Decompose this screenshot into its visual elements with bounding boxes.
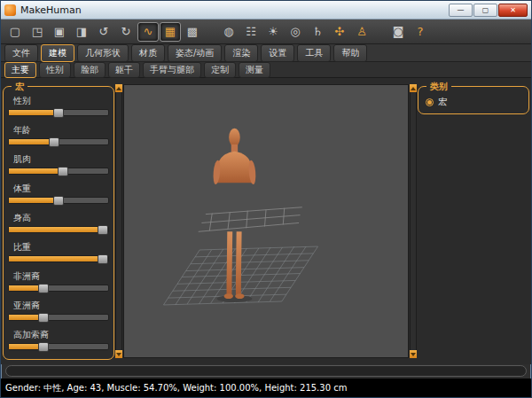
weight-slider[interactable]: [8, 197, 109, 204]
tab-torso[interactable]: 躯干: [108, 62, 140, 78]
orbit-view-icon[interactable]: ◎: [285, 22, 306, 42]
camera-icon[interactable]: ◙: [387, 22, 409, 42]
redo-icon[interactable]: ↻: [115, 22, 137, 42]
wings-icon[interactable]: ✣: [329, 22, 350, 42]
menu-item-render[interactable]: 渲染: [224, 44, 258, 62]
slider-row-weight: 体重: [8, 183, 109, 204]
window-title: MakeHuman: [20, 4, 444, 16]
slider-label-gender: 性别: [13, 95, 109, 107]
tab-main[interactable]: 主要: [4, 62, 36, 78]
makehuman-window: MakeHuman —▢✕ ▢◳▣◨↺↻∿▦▩◍☷☀◎♄✣♙◙? 文件建模几何形…: [0, 0, 532, 398]
left-scrollbar[interactable]: [115, 84, 122, 358]
slider-label-proportion: 比重: [13, 241, 109, 254]
slider-handle[interactable]: [53, 108, 64, 118]
slider-row-height: 身高: [8, 212, 109, 233]
progress-bar: [5, 365, 527, 377]
slider-row-age: 年龄: [8, 124, 109, 145]
texture-toggle-icon[interactable]: ▩: [182, 22, 203, 42]
menu-item-utilities[interactable]: 工具: [297, 44, 331, 62]
menu-item-modelling[interactable]: 建模: [41, 44, 74, 62]
category-option-label: 宏: [438, 96, 447, 108]
right-sidebar: 类别 宏: [418, 81, 529, 362]
maximize-button[interactable]: ▢: [473, 4, 497, 17]
smooth-toggle-icon[interactable]: ◍: [218, 22, 239, 42]
slider-label-african: 非洲裔: [13, 270, 109, 283]
new-icon[interactable]: ▢: [4, 22, 26, 42]
app-icon: [4, 4, 16, 16]
slider-handle[interactable]: [58, 167, 68, 176]
viewport-3d[interactable]: [123, 84, 409, 358]
toolbar: ▢◳▣◨↺↻∿▦▩◍☷☀◎♄✣♙◙?: [1, 20, 531, 44]
radio-icon: [426, 98, 434, 106]
slider-label-muscle: 肌肉: [13, 153, 109, 166]
menu-item-geometries[interactable]: 几何形状: [77, 44, 129, 62]
scroll-up-icon[interactable]: [115, 84, 122, 92]
export-icon[interactable]: ◨: [71, 22, 92, 42]
menu-item-help[interactable]: 帮助: [333, 44, 367, 62]
slider-handle[interactable]: [98, 225, 108, 235]
light-icon[interactable]: ☀: [262, 22, 284, 42]
menu-item-pose-animate[interactable]: 姿态/动画: [168, 44, 222, 62]
window-controls: —▢✕: [449, 4, 528, 17]
minimize-button[interactable]: —: [449, 4, 473, 17]
slider-label-caucasian: 高加索裔: [13, 329, 109, 341]
scroll-up-icon[interactable]: [410, 84, 417, 92]
slider-fill: [9, 285, 42, 291]
scroll-down-icon[interactable]: [115, 350, 122, 358]
category-option-macro[interactable]: 宏: [423, 95, 524, 109]
slider-fill: [9, 344, 42, 349]
slider-handle[interactable]: [38, 313, 49, 323]
titlebar[interactable]: MakeHuman —▢✕: [1, 1, 531, 20]
caucasian-slider[interactable]: [8, 343, 109, 350]
tabbar: 主要性别脸部躯干手臂与腿部定制测量: [1, 62, 531, 78]
muscle-slider[interactable]: [8, 168, 109, 175]
tab-gender[interactable]: 性别: [39, 62, 71, 78]
skeleton-icon[interactable]: ☷: [240, 22, 262, 42]
macro-panel-title: 宏: [12, 81, 27, 93]
tab-face[interactable]: 脸部: [74, 62, 106, 78]
slider-handle[interactable]: [98, 254, 108, 264]
tab-custom[interactable]: 定制: [204, 62, 236, 78]
grid-toggle-icon[interactable]: ▦: [160, 22, 181, 42]
save-icon[interactable]: ▣: [49, 22, 70, 42]
age-slider[interactable]: [8, 138, 109, 145]
height-slider[interactable]: [8, 226, 109, 233]
slider-handle[interactable]: [53, 196, 64, 206]
menu-item-file[interactable]: 文件: [4, 44, 38, 62]
tab-measure[interactable]: 测量: [239, 62, 270, 78]
slider-handle[interactable]: [38, 342, 49, 352]
category-panel-title: 类别: [426, 81, 451, 93]
slider-fill: [9, 168, 64, 174]
tab-arms-legs[interactable]: 手臂与腿部: [143, 62, 201, 78]
slider-label-weight: 体重: [13, 183, 109, 195]
scroll-track[interactable]: [410, 92, 417, 350]
slider-label-height: 身高: [13, 212, 109, 224]
african-slider[interactable]: [8, 285, 109, 292]
status-text: Gender: 中性, Age: 43, Muscle: 54.70%, Wei…: [5, 382, 347, 394]
close-button[interactable]: ✕: [498, 4, 528, 17]
slider-fill: [9, 198, 59, 203]
pose-mode-icon[interactable]: ∿: [137, 22, 159, 42]
undo-icon[interactable]: ↺: [93, 22, 114, 42]
category-options: 宏: [423, 95, 524, 109]
slider-handle[interactable]: [38, 284, 49, 293]
saturn-icon[interactable]: ♄: [307, 22, 328, 42]
macro-panel: 宏 性别年龄肌肉体重身高比重非洲裔亚洲裔高加索裔: [3, 86, 114, 360]
asian-slider[interactable]: [8, 314, 109, 321]
slider-label-asian: 亚洲裔: [13, 300, 109, 312]
gender-slider[interactable]: [8, 109, 109, 116]
help-icon[interactable]: ?: [410, 22, 431, 42]
slider-fill: [9, 227, 108, 232]
scroll-track[interactable]: [115, 92, 122, 350]
slider-row-proportion: 比重: [8, 241, 109, 262]
slider-handle[interactable]: [49, 137, 59, 147]
right-scrollbar[interactable]: [410, 84, 417, 358]
model-shadow: [216, 295, 252, 302]
menu-item-materials[interactable]: 材质: [131, 44, 165, 62]
menu-item-settings[interactable]: 设置: [261, 44, 294, 62]
load-icon[interactable]: ◳: [27, 22, 48, 42]
left-sidebar: 宏 性别年龄肌肉体重身高比重非洲裔亚洲裔高加索裔: [3, 81, 114, 362]
human-icon[interactable]: ♙: [351, 22, 372, 42]
scroll-down-icon[interactable]: [410, 350, 417, 358]
proportion-slider[interactable]: [8, 255, 109, 262]
